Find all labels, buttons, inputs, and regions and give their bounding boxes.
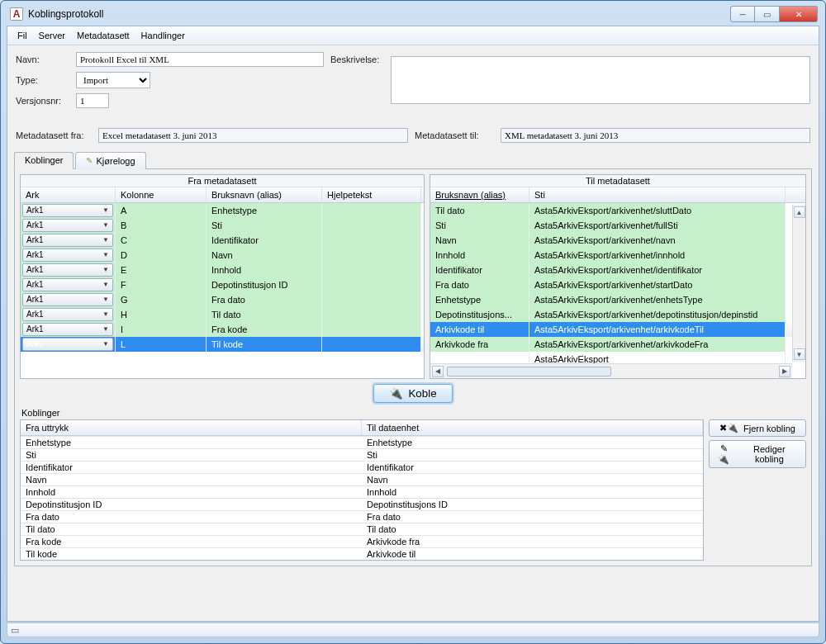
menu-fil[interactable]: Fil xyxy=(12,29,32,42)
chevron-down-icon: ▼ xyxy=(102,248,109,263)
left-row[interactable]: Ark1▼EInnhold xyxy=(21,263,424,277)
ark-dropdown[interactable]: Ark1▼ xyxy=(22,263,113,277)
koblinger-table[interactable]: Fra uttrykk Til dataenhet EnhetstypeEnhe… xyxy=(20,419,704,561)
right-row[interactable]: StiAsta5ArkivEksport/arkivenhet/fullSti xyxy=(430,218,792,233)
plug-icon: 🔌 xyxy=(389,387,403,400)
left-grid-rows[interactable]: Ark1▼AEnhetstypeArk1▼BStiArk1▼CIdentifik… xyxy=(21,203,424,378)
titlebar: A Koblingsprotokoll ─ ▭ ✕ xyxy=(7,7,819,25)
right-row[interactable]: NavnAsta5ArkivEksport/arkivenhet/navn xyxy=(430,233,792,248)
koble-button[interactable]: 🔌 Koble xyxy=(373,384,452,403)
chevron-down-icon: ▼ xyxy=(102,277,109,292)
chevron-down-icon: ▼ xyxy=(102,307,109,322)
right-grid-title: Til metadatasett xyxy=(430,175,805,187)
left-grid-title: Fra metadatasett xyxy=(21,175,424,187)
hscroll-thumb[interactable] xyxy=(447,367,611,376)
unplug-icon: ✖🔌 xyxy=(719,423,738,433)
left-row[interactable]: Ark1▼HTil dato xyxy=(21,307,424,322)
kobling-row[interactable]: Fra kodeArkivkode fra xyxy=(21,535,703,547)
remove-kobling-button[interactable]: ✖🔌 Fjern kobling xyxy=(709,419,806,437)
ark-dropdown[interactable]: Ark1▼ xyxy=(22,249,113,262)
kobling-row[interactable]: IdentifikatorIdentifikator xyxy=(21,461,703,473)
right-row[interactable]: Til datoAsta5ArkivEksport/arkivenhet/slu… xyxy=(430,203,792,218)
window-chrome: A Koblingsprotokoll ─ ▭ ✕ Fil Server Met… xyxy=(0,0,826,644)
right-row[interactable]: Fra datoAsta5ArkivEksport/arkivenhet/sta… xyxy=(430,277,792,292)
kobling-row[interactable]: Fra datoFra dato xyxy=(21,510,703,523)
right-row[interactable]: Arkivkode fraAsta5ArkivEksport/arkivenhe… xyxy=(430,337,792,352)
left-row[interactable]: Ark1▼FDepotinstitusjon ID xyxy=(21,277,424,292)
col-kolonne[interactable]: Kolonne xyxy=(116,187,206,202)
meta-from-field[interactable] xyxy=(98,128,408,143)
tab-kjorelogg[interactable]: ✎Kjørelogg xyxy=(75,152,145,169)
app-icon: A xyxy=(10,7,23,21)
meta-from-label: Metadatasett fra: xyxy=(16,130,92,140)
kobling-row[interactable]: StiSti xyxy=(21,448,703,461)
ark-dropdown[interactable]: Ark1▼ xyxy=(22,323,113,336)
scroll-left-icon[interactable]: ◀ xyxy=(432,366,444,377)
scroll-down-icon[interactable]: ▼ xyxy=(794,348,805,360)
ark-dropdown[interactable]: Ark1▼ xyxy=(22,219,113,232)
col-sti[interactable]: Sti xyxy=(529,187,786,202)
tab-koblinger[interactable]: Koblinger xyxy=(14,152,74,169)
left-row[interactable]: Ark1▼IFra kode xyxy=(21,322,424,337)
scroll-right-icon[interactable]: ▶ xyxy=(779,366,790,377)
edit-kobling-button[interactable]: ✎🔌 Rediger kobling xyxy=(709,440,806,468)
right-row[interactable]: EnhetstypeAsta5ArkivEksport/arkivenhet/e… xyxy=(430,292,792,307)
right-row[interactable]: Arkivkode tilAsta5ArkivEksport/arkivenhe… xyxy=(430,322,792,337)
top-form: Navn: Beskrivelse: Type: Import Versjons… xyxy=(7,45,819,111)
ark-dropdown[interactable]: Ark1▼ xyxy=(22,308,113,321)
kobling-row[interactable]: Til datoTil dato xyxy=(21,523,703,535)
chevron-down-icon: ▼ xyxy=(102,203,109,218)
kobling-row[interactable]: Depotinstitusjon IDDepotinstitusjons ID xyxy=(21,498,703,510)
koblinger-label: Koblinger xyxy=(20,408,806,419)
right-row[interactable]: Asta5ArkivEksport xyxy=(430,352,792,363)
left-row[interactable]: Ark1▼GFra dato xyxy=(21,292,424,307)
ark-dropdown[interactable]: Ark1▼ xyxy=(22,293,113,306)
ark-dropdown[interactable]: Ark1▼ xyxy=(22,234,113,247)
close-button[interactable]: ✕ xyxy=(780,6,818,22)
col-fra-uttrykk[interactable]: Fra uttrykk xyxy=(21,420,362,435)
col-til-dataenhet[interactable]: Til dataenhet xyxy=(362,420,703,435)
scroll-up-icon[interactable]: ▲ xyxy=(794,206,805,218)
chevron-down-icon: ▼ xyxy=(102,292,109,307)
right-hscroll[interactable]: ◀ ▶ xyxy=(430,363,792,378)
name-input[interactable] xyxy=(76,52,324,67)
chevron-down-icon: ▼ xyxy=(102,263,109,277)
meta-to-field[interactable] xyxy=(501,128,810,143)
chevron-down-icon: ▼ xyxy=(102,322,109,337)
tab-body: Fra metadatasett Ark Kolonne Bruksnavn (… xyxy=(14,168,812,566)
left-row[interactable]: Ark1▼CIdentifikator xyxy=(21,233,424,248)
type-select[interactable]: Import xyxy=(76,72,150,88)
minimize-button[interactable]: ─ xyxy=(730,6,755,22)
menu-server[interactable]: Server xyxy=(34,29,70,42)
kobling-row[interactable]: EnhetstypeEnhetstype xyxy=(21,436,703,448)
window-title: Koblingsprotokoll xyxy=(28,8,730,20)
version-input[interactable] xyxy=(76,93,109,108)
maximize-button[interactable]: ▭ xyxy=(755,6,780,22)
menubar: Fil Server Metadatasett Handlinger xyxy=(7,26,819,45)
right-row[interactable]: InnholdAsta5ArkivEksport/arkivenhet/innh… xyxy=(430,248,792,263)
right-vscroll[interactable]: ▲ ▼ xyxy=(792,205,805,362)
chevron-down-icon: ▼ xyxy=(102,218,109,233)
left-row[interactable]: Ark1▼DNavn xyxy=(21,248,424,263)
left-row[interactable]: Ark1▼AEnhetstype xyxy=(21,203,424,218)
right-row[interactable]: IdentifikatorAsta5ArkivEksport/arkivenhe… xyxy=(430,263,792,277)
col-bruksnavn-right[interactable]: Bruksnavn (alias) xyxy=(430,187,529,202)
kobling-row[interactable]: NavnNavn xyxy=(21,473,703,485)
left-row[interactable]: Ark1▼BSti xyxy=(21,218,424,233)
col-ark[interactable]: Ark xyxy=(21,187,116,202)
menu-metadatasett[interactable]: Metadatasett xyxy=(72,29,135,42)
ark-dropdown[interactable]: Ark1▼ xyxy=(22,338,113,351)
menu-handlinger[interactable]: Handlinger xyxy=(136,29,190,42)
col-hjelpetekst[interactable]: Hjelpetekst xyxy=(322,187,421,202)
left-grid: Fra metadatasett Ark Kolonne Bruksnavn (… xyxy=(20,174,425,379)
ark-dropdown[interactable]: Ark1▼ xyxy=(22,278,113,291)
log-icon: ✎ xyxy=(86,156,93,165)
right-grid-rows[interactable]: Til datoAsta5ArkivEksport/arkivenhet/slu… xyxy=(430,203,792,363)
desc-textarea[interactable] xyxy=(391,56,810,104)
kobling-row[interactable]: Til kodeArkivkode til xyxy=(21,547,703,560)
left-row[interactable]: Ark1▼LTil kode xyxy=(21,337,424,352)
right-row[interactable]: Depotinstitusjons...Asta5ArkivEksport/ar… xyxy=(430,307,792,322)
kobling-row[interactable]: InnholdInnhold xyxy=(21,485,703,498)
col-bruksnavn[interactable]: Bruksnavn (alias) xyxy=(206,187,322,202)
ark-dropdown[interactable]: Ark1▼ xyxy=(22,204,113,217)
